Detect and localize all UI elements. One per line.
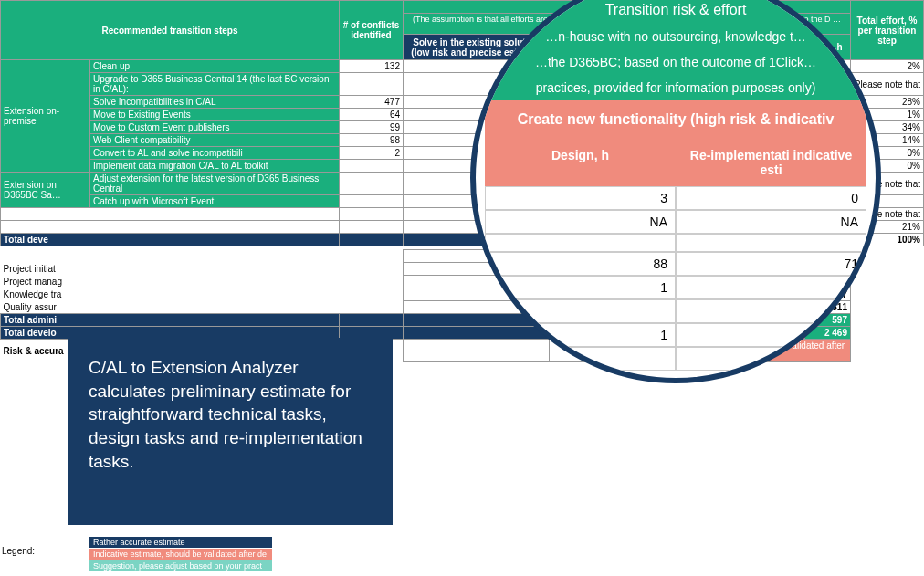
legend-indicative: Indicative estimate, should be validated… bbox=[89, 549, 272, 560]
step-web-client: Web Client compatibility bbox=[90, 134, 340, 147]
mag-r4b: 1 bbox=[676, 276, 866, 299]
proj-manage-label: Project manag bbox=[1, 276, 340, 288]
s5-conflicts: 99 bbox=[340, 121, 404, 134]
mag-title-4: practices, provided for information purp… bbox=[485, 75, 866, 100]
mag-r4a: 1 bbox=[485, 276, 676, 299]
s4-conflicts: 64 bbox=[340, 109, 404, 121]
mag-create-new: Create new functionality (high risk & in… bbox=[485, 100, 866, 139]
mag-r3b: 71 bbox=[676, 252, 866, 276]
s6-conflicts: 98 bbox=[340, 134, 404, 147]
group-ext-onprem: Extension on-premise bbox=[1, 60, 90, 173]
step-custom-events: Move to Custom Event publishers bbox=[90, 121, 340, 134]
legend-swatches: Rather accurate estimate Indicative esti… bbox=[89, 537, 272, 572]
s7-conflicts: 2 bbox=[340, 147, 404, 160]
proj-init-label: Project initiat bbox=[1, 263, 340, 276]
mag-design-header: Design, h bbox=[485, 139, 676, 186]
step-existing-events: Move to Existing Events bbox=[90, 109, 340, 121]
col-total-effort-header: Total effort, % per transition step bbox=[851, 1, 924, 60]
total-dev-label: Total deve bbox=[1, 234, 340, 246]
step-adjust-ext: Adjust extension for the latest version … bbox=[90, 173, 340, 195]
cleanup-conflicts: 132 bbox=[340, 60, 404, 73]
s3-conflicts: 477 bbox=[340, 96, 404, 109]
step-data-migration: Implement data migration C/AL to AL tool… bbox=[90, 160, 340, 173]
legend-suggestion: Suggestion, please adjust based on your … bbox=[89, 560, 272, 571]
mag-r2a: NA bbox=[485, 210, 676, 234]
cleanup-pct: 2% bbox=[851, 60, 924, 73]
mag-r1a: 3 bbox=[485, 186, 676, 210]
step-catchup: Catch up with Microsoft Event bbox=[90, 195, 340, 208]
qa-label: Quality assur bbox=[1, 301, 340, 314]
col-conflicts-header: # of conflicts identified bbox=[340, 1, 404, 60]
mag-title-3: …the D365BC; based on the outcome of 1Cl… bbox=[485, 49, 866, 75]
mag-r2b: NA bbox=[676, 210, 866, 234]
legend-label: Legend: bbox=[2, 546, 35, 556]
step-upgrade: Upgrade to D365 Business Central 14 (the… bbox=[90, 73, 340, 96]
mag-title-2: …n-house with no outsourcing, knowledge … bbox=[485, 24, 866, 49]
mag-reimpl-header: Re-implementati indicative esti bbox=[676, 139, 866, 186]
mag-r3a: 88 bbox=[485, 252, 676, 276]
group-ext-saas: Extension on D365BC Sa… bbox=[1, 173, 90, 208]
knowledge-label: Knowledge tra bbox=[1, 288, 340, 301]
step-solve-incompat: Solve Incompatibilities in C/AL bbox=[90, 96, 340, 109]
step-cleanup: Clean up bbox=[90, 60, 340, 73]
step-convert-al: Convert to AL and solve incompatibili bbox=[90, 147, 340, 160]
mag-r1b: 0 bbox=[676, 186, 866, 210]
total-admin-label: Total admini bbox=[1, 314, 340, 327]
legend-accurate: Rather accurate estimate bbox=[89, 537, 272, 548]
callout-box: C/AL to Extension Analyzer calculates pr… bbox=[68, 338, 393, 525]
col-steps-header: Recommended transition steps bbox=[1, 1, 340, 60]
